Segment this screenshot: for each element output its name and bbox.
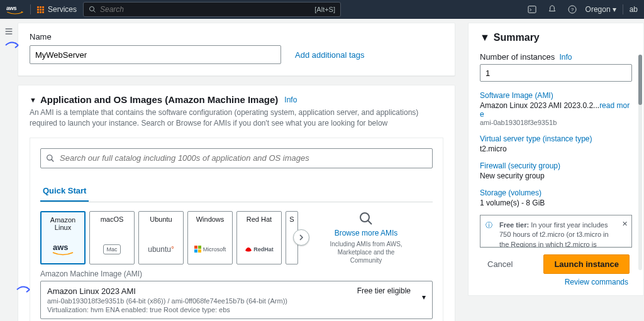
svg-point-9 bbox=[47, 155, 52, 160]
svg-line-10 bbox=[52, 159, 54, 161]
ami-section-title: Application and OS Images (Amazon Machin… bbox=[40, 94, 278, 105]
help-icon[interactable]: ? bbox=[565, 3, 579, 16]
summary-ami-id: ami-0ab193018f3e9351b bbox=[480, 119, 632, 126]
summary-title: Summary bbox=[494, 32, 540, 43]
ami-selected-meta: Virtualization: hvm ENA enabled: true Ro… bbox=[47, 306, 413, 313]
ami-panel: ▼ Application and OS Images (Amazon Mach… bbox=[18, 85, 455, 321]
global-search-input[interactable] bbox=[100, 5, 311, 14]
chevron-down-icon: ▾ bbox=[422, 293, 426, 302]
cloudshell-icon[interactable] bbox=[525, 3, 539, 16]
svg-text:aws: aws bbox=[6, 5, 16, 11]
search-shortcut-hint: [Alt+S] bbox=[314, 6, 335, 13]
browse-more-sub: Including AMIs from AWS, Marketplace and… bbox=[328, 240, 404, 264]
svg-line-2 bbox=[94, 11, 96, 13]
aws-logo-icon: aws bbox=[50, 238, 75, 259]
svg-rect-3 bbox=[528, 6, 536, 13]
instance-name-input[interactable] bbox=[30, 45, 281, 64]
summary-firewall-link[interactable]: Firewall (security group) bbox=[480, 161, 560, 170]
svg-text:?: ? bbox=[571, 7, 574, 13]
launch-instance-button[interactable]: Launch instance bbox=[543, 254, 630, 274]
svg-rect-15 bbox=[198, 249, 201, 253]
cancel-button[interactable]: Cancel bbox=[482, 256, 518, 273]
redhat-logo-icon: RedHat bbox=[245, 239, 274, 260]
summary-instance-type-value: t2.micro bbox=[480, 144, 632, 153]
summary-col: ▼ Summary Number of instances Info Softw… bbox=[468, 23, 644, 321]
top-nav: aws Services [Alt+S] ? Oregon ▾ ab bbox=[0, 0, 644, 19]
services-label: Services bbox=[48, 5, 77, 14]
nav-separator bbox=[30, 4, 31, 14]
summary-ami-link[interactable]: Software Image (AMI) bbox=[480, 91, 553, 100]
summary-instance-type-link[interactable]: Virtual server type (instance type) bbox=[480, 134, 592, 143]
svg-rect-14 bbox=[194, 249, 197, 253]
browse-more-amis: Browse more AMIs Including AMIs from AWS… bbox=[328, 211, 404, 264]
magnifier-icon bbox=[358, 211, 374, 226]
ami-free-tier-badge: Free tier eligible bbox=[357, 286, 411, 295]
region-selector[interactable]: Oregon ▾ bbox=[586, 5, 616, 14]
ami-body: Quick Start Amazon Linux aws macOS Mac U… bbox=[30, 138, 443, 321]
microsoft-logo-icon: Microsoft bbox=[194, 239, 226, 260]
close-icon[interactable]: ✕ bbox=[622, 219, 628, 229]
nav-separator bbox=[623, 4, 623, 14]
chevron-down-icon: ▾ bbox=[613, 5, 616, 14]
num-instances-info-link[interactable]: Info bbox=[559, 53, 572, 62]
summary-storage-value: 1 volume(s) - 8 GiB bbox=[480, 199, 632, 207]
svg-point-1 bbox=[90, 7, 94, 11]
ami-catalog-search[interactable] bbox=[40, 148, 433, 168]
os-scroll-next[interactable] bbox=[293, 229, 309, 246]
summary-footer: Cancel Launch instance Review commands bbox=[480, 248, 632, 289]
summary-panel: ▼ Summary Number of instances Info Softw… bbox=[468, 23, 644, 296]
global-search[interactable]: [Alt+S] bbox=[83, 2, 341, 17]
os-tile-windows[interactable]: Windows Microsoft bbox=[187, 211, 233, 264]
browse-more-link[interactable]: Browse more AMIs bbox=[335, 229, 398, 237]
notifications-icon[interactable] bbox=[545, 3, 559, 16]
os-tile-row: Amazon Linux aws macOS Mac Ubuntu ubuntu… bbox=[40, 211, 433, 264]
search-icon bbox=[46, 154, 55, 163]
free-tier-notice: ⓘ ✕ Free tier: In your first year includ… bbox=[480, 215, 632, 248]
ami-section-subtitle: An AMI is a template that contains the s… bbox=[30, 107, 443, 129]
side-panel-toggle[interactable] bbox=[3, 25, 15, 38]
services-menu[interactable]: Services bbox=[37, 5, 77, 14]
svg-line-17 bbox=[368, 220, 372, 224]
region-label: Oregon bbox=[586, 5, 611, 14]
caret-down-icon: ▼ bbox=[30, 96, 36, 104]
os-tile-amazon-linux[interactable]: Amazon Linux aws bbox=[40, 211, 86, 264]
svg-rect-12 bbox=[194, 246, 197, 249]
name-label: Name bbox=[30, 32, 443, 41]
name-and-tags-panel: Name Add additional tags bbox=[18, 23, 455, 76]
account-menu[interactable]: ab bbox=[630, 5, 638, 14]
num-instances-label: Number of instances bbox=[480, 52, 555, 62]
summary-ami-value: Amazon Linux 2023 AMI 2023.0.2...read mo… bbox=[480, 101, 632, 126]
summary-toggle[interactable]: ▼ Summary bbox=[480, 32, 632, 43]
services-grid-icon bbox=[37, 6, 44, 13]
search-icon bbox=[89, 6, 96, 13]
review-commands-link[interactable]: Review commands bbox=[565, 278, 628, 286]
os-tile-ubuntu[interactable]: Ubuntu ubuntu° bbox=[138, 211, 184, 264]
add-tags-link[interactable]: Add additional tags bbox=[295, 50, 365, 60]
chevron-right-icon bbox=[298, 234, 304, 241]
ami-tabs: Quick Start bbox=[40, 181, 433, 202]
summary-firewall-value: New security group bbox=[480, 171, 632, 180]
ami-selected-ids: ami-0ab193018f3e9351b (64-bit (x86)) / a… bbox=[47, 297, 413, 305]
ami-dropdown-label: Amazon Machine Image (AMI) bbox=[40, 269, 433, 278]
svg-rect-13 bbox=[198, 246, 201, 249]
ami-dropdown[interactable]: Amazon Linux 2023 AMI Free tier eligible… bbox=[40, 281, 433, 319]
num-instances-input[interactable] bbox=[480, 64, 632, 82]
ami-section-toggle[interactable]: ▼ Application and OS Images (Amazon Mach… bbox=[30, 94, 443, 105]
mac-logo-icon: Mac bbox=[103, 239, 120, 260]
info-icon: ⓘ bbox=[486, 220, 492, 230]
svg-point-16 bbox=[360, 213, 369, 222]
aws-logo[interactable]: aws bbox=[6, 4, 24, 15]
caret-down-icon: ▼ bbox=[480, 32, 490, 43]
ubuntu-logo-icon: ubuntu° bbox=[148, 239, 174, 260]
ami-catalog-search-input[interactable] bbox=[60, 153, 427, 163]
scrollbar-thumb[interactable] bbox=[638, 55, 642, 105]
ami-info-link[interactable]: Info bbox=[284, 95, 297, 104]
tab-quick-start[interactable]: Quick Start bbox=[40, 181, 89, 202]
svg-text:aws: aws bbox=[53, 242, 69, 252]
os-tile-redhat[interactable]: Red Hat RedHat bbox=[236, 211, 282, 264]
summary-storage-link[interactable]: Storage (volumes) bbox=[480, 188, 541, 197]
os-tile-macos[interactable]: macOS Mac bbox=[89, 211, 135, 264]
